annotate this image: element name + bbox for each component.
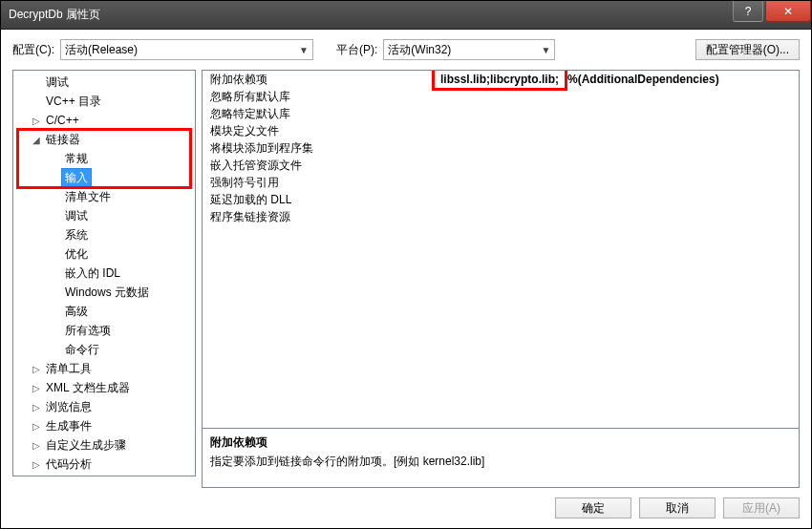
chevron-down-icon: ▼ — [537, 45, 550, 55]
body-split: 调试VC++ 目录▷C/C++◢链接器常规输入清单文件调试系统优化嵌入的 IDL… — [12, 70, 800, 488]
tree-item-label: VC++ 目录 — [42, 92, 105, 112]
tree-item[interactable]: ▷XML 文档生成器 — [13, 378, 195, 397]
property-name: 强制符号引用 — [203, 175, 432, 191]
tree-item-label: 自定义生成步骤 — [42, 435, 130, 455]
property-name: 嵌入托管资源文件 — [203, 158, 432, 174]
property-row[interactable]: 附加依赖项libssl.lib;libcrypto.lib;%(Addition… — [203, 71, 799, 88]
property-row[interactable]: 将模块添加到程序集 — [203, 139, 799, 157]
config-manager-button[interactable]: 配置管理器(O)... — [695, 39, 800, 60]
property-row[interactable]: 嵌入托管资源文件 — [203, 157, 799, 174]
tree-item[interactable]: 常规 — [13, 149, 195, 168]
tree-item-label: 调试 — [61, 206, 92, 226]
window-controls: ? ✕ — [731, 1, 811, 29]
tree-item[interactable]: 优化 — [13, 244, 195, 264]
help-icon: ? — [745, 6, 752, 17]
expand-icon[interactable]: ▷ — [31, 116, 42, 126]
config-label: 配置(C): — [12, 42, 54, 58]
tree-item[interactable]: ▷浏览信息 — [13, 397, 195, 416]
tree-item[interactable]: 调试 — [13, 206, 195, 225]
expand-icon[interactable]: ◢ — [31, 135, 42, 145]
close-button[interactable]: ✕ — [765, 1, 811, 22]
tree-item-label: 常规 — [61, 149, 92, 169]
expand-icon[interactable]: ▷ — [31, 459, 42, 470]
config-value: 活动(Release) — [65, 42, 295, 58]
tree-item-label: 所有选项 — [61, 321, 115, 341]
ok-button[interactable]: 确定 — [555, 497, 631, 518]
tree-pane[interactable]: 调试VC++ 目录▷C/C++◢链接器常规输入清单文件调试系统优化嵌入的 IDL… — [12, 70, 196, 476]
property-name: 忽略所有默认库 — [203, 89, 432, 105]
description-box: 附加依赖项 指定要添加到链接命令行的附加项。[例如 kernel32.lib] — [202, 429, 800, 488]
property-name: 附加依赖项 — [203, 72, 432, 88]
chevron-down-icon: ▼ — [295, 45, 309, 55]
titlebar: DecryptDb 属性页 ? ✕ — [1, 1, 811, 30]
property-row[interactable]: 忽略特定默认库 — [203, 105, 799, 122]
tree-item[interactable]: 高级 — [13, 302, 195, 321]
tree-item[interactable]: 命令行 — [13, 340, 195, 359]
cancel-button[interactable]: 取消 — [639, 497, 716, 518]
tree-item-label: Windows 元数据 — [61, 283, 153, 303]
tree-item[interactable]: ▷代码分析 — [13, 455, 195, 474]
property-row[interactable]: 强制符号引用 — [203, 174, 799, 191]
tree-item[interactable]: ▷C/C++ — [13, 111, 195, 130]
window: DecryptDb 属性页 ? ✕ 配置(C): 活动(Release) ▼ 平… — [0, 0, 812, 529]
tree-item[interactable]: ▷自定义生成步骤 — [13, 435, 195, 455]
description-body: 指定要添加到链接命令行的附加项。[例如 kernel32.lib] — [210, 454, 791, 470]
tree-item[interactable]: 系统 — [13, 225, 195, 244]
tree-item-label: 代码分析 — [42, 455, 96, 475]
expand-icon[interactable]: ▷ — [31, 383, 42, 393]
tree-item[interactable]: VC++ 目录 — [13, 92, 195, 111]
expand-icon[interactable]: ▷ — [31, 440, 42, 451]
tree-item[interactable]: ▷生成事件 — [13, 416, 195, 435]
expand-icon[interactable]: ▷ — [31, 421, 42, 432]
right-pane: 附加依赖项libssl.lib;libcrypto.lib;%(Addition… — [202, 70, 800, 488]
tree-item[interactable]: 所有选项 — [13, 321, 195, 340]
help-button[interactable]: ? — [733, 1, 763, 22]
config-bar: 配置(C): 活动(Release) ▼ 平台(P): 活动(Win32) ▼ … — [12, 39, 800, 60]
tree-item-label: 嵌入的 IDL — [61, 264, 124, 284]
property-row[interactable]: 模块定义文件 — [203, 122, 799, 139]
description-title: 附加依赖项 — [210, 434, 791, 451]
tree-item[interactable]: ◢链接器 — [13, 130, 195, 149]
tree-item[interactable]: 输入 — [13, 168, 195, 187]
tree-item-label: 高级 — [61, 302, 92, 322]
tree-item[interactable]: 调试 — [13, 73, 195, 92]
property-name: 程序集链接资源 — [203, 209, 432, 225]
content-area: 配置(C): 活动(Release) ▼ 平台(P): 活动(Win32) ▼ … — [1, 30, 811, 528]
property-name: 忽略特定默认库 — [203, 106, 432, 122]
config-dropdown[interactable]: 活动(Release) ▼ — [60, 39, 313, 60]
footer-buttons: 确定 取消 应用(A) — [12, 488, 800, 518]
property-name: 延迟加载的 DLL — [203, 192, 432, 208]
tree-wrap: 调试VC++ 目录▷C/C++◢链接器常规输入清单文件调试系统优化嵌入的 IDL… — [12, 70, 196, 488]
property-row[interactable]: 程序集链接资源 — [203, 208, 799, 225]
close-icon: ✕ — [783, 6, 793, 17]
tree-item-label: XML 文档生成器 — [42, 378, 134, 398]
property-name: 模块定义文件 — [203, 123, 432, 139]
property-value[interactable]: libssl.lib;libcrypto.lib;%(AdditionalDep… — [432, 70, 799, 91]
property-name: 将模块添加到程序集 — [203, 140, 432, 157]
expand-icon[interactable]: ▷ — [31, 364, 42, 374]
tree-item-label: 清单工具 — [42, 359, 96, 379]
platform-value: 活动(Win32) — [388, 42, 537, 58]
tree-item-label: 命令行 — [61, 340, 103, 360]
tree-item[interactable]: 清单文件 — [13, 187, 195, 206]
property-row[interactable]: 延迟加载的 DLL — [203, 191, 799, 208]
expand-icon[interactable]: ▷ — [31, 402, 42, 413]
property-list[interactable]: 附加依赖项libssl.lib;libcrypto.lib;%(Addition… — [202, 70, 800, 429]
tree-item[interactable]: 嵌入的 IDL — [13, 264, 195, 283]
tree-item-label: 系统 — [61, 225, 92, 245]
apply-button[interactable]: 应用(A) — [723, 497, 800, 518]
platform-dropdown[interactable]: 活动(Win32) ▼ — [383, 39, 555, 60]
tree-item-label: 生成事件 — [42, 416, 96, 436]
tree-item-label: C/C++ — [42, 112, 83, 129]
tree-item-label: 链接器 — [42, 130, 84, 150]
tree-item-label: 优化 — [61, 244, 92, 264]
platform-label: 平台(P): — [336, 42, 377, 58]
tree-item-label: 调试 — [42, 73, 73, 93]
highlight-box: libssl.lib;libcrypto.lib; — [432, 70, 567, 91]
tree-item[interactable]: Windows 元数据 — [13, 283, 195, 302]
tree-item-label: 浏览信息 — [42, 397, 96, 417]
tree-item-label: 清单文件 — [61, 187, 115, 207]
tree-item-label: 输入 — [61, 168, 92, 188]
window-title: DecryptDb 属性页 — [9, 7, 731, 23]
tree-item[interactable]: ▷清单工具 — [13, 359, 195, 378]
